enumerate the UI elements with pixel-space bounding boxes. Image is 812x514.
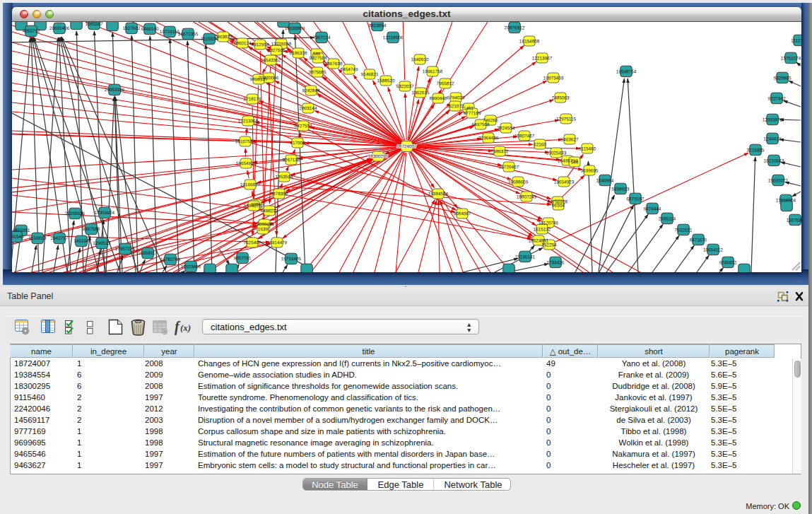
svg-text:1167533: 1167533 [787, 218, 801, 223]
svg-text:1290513: 1290513 [93, 240, 110, 245]
svg-text:10961758: 10961758 [423, 69, 443, 74]
svg-text:17957225: 17957225 [115, 246, 136, 251]
svg-text:9084067: 9084067 [454, 211, 471, 216]
svg-text:8427552: 8427552 [295, 123, 312, 128]
svg-text:8813054: 8813054 [369, 23, 387, 28]
svg-text:8471676: 8471676 [689, 238, 707, 243]
svg-text:10107552: 10107552 [235, 139, 256, 144]
svg-text:16120746: 16120746 [539, 220, 559, 225]
svg-text:7357224: 7357224 [313, 35, 331, 40]
svg-text:16210643: 16210643 [764, 158, 784, 163]
svg-text:9327505: 9327505 [268, 47, 286, 52]
svg-text:1615132: 1615132 [533, 226, 551, 231]
svg-text:19654923: 19654923 [554, 179, 575, 184]
svg-text:15692071: 15692071 [768, 178, 789, 183]
svg-text:9857791: 9857791 [233, 255, 251, 260]
svg-text:417006: 417006 [290, 140, 305, 145]
svg-text:20876812: 20876812 [505, 25, 525, 30]
svg-text:20206536: 20206536 [65, 211, 86, 216]
svg-text:19384554: 19384554 [428, 191, 449, 196]
svg-text:9699695: 9699695 [581, 168, 599, 173]
svg-text:15136141: 15136141 [515, 254, 536, 259]
svg-text:14099489: 14099489 [254, 221, 275, 226]
svg-text:1527602: 1527602 [123, 25, 141, 30]
svg-text:4855051: 4855051 [12, 228, 30, 233]
svg-text:15716485: 15716485 [281, 256, 302, 261]
svg-text:16154808: 16154808 [519, 38, 540, 43]
svg-text:9474444: 9474444 [644, 206, 661, 211]
svg-text:19166827: 19166827 [240, 182, 261, 187]
svg-text:10025433: 10025433 [546, 150, 567, 155]
svg-text:391549: 391549 [12, 234, 24, 239]
svg-text:7986372: 7986372 [491, 148, 509, 153]
svg-text:1353594: 1353594 [276, 174, 293, 179]
svg-text:20364436: 20364436 [478, 135, 499, 140]
svg-text:12923468: 12923468 [181, 264, 201, 269]
svg-text:2867608: 2867608 [325, 61, 343, 66]
svg-text:8878352: 8878352 [271, 191, 288, 196]
svg-text:96504: 96504 [552, 202, 565, 207]
svg-text:12975115: 12975115 [556, 116, 576, 121]
svg-text:9397588: 9397588 [82, 226, 100, 231]
svg-text:2935114: 2935114 [659, 216, 676, 221]
svg-text:1055267: 1055267 [86, 22, 103, 26]
svg-text:16914479: 16914479 [267, 240, 288, 245]
svg-text:8912954: 8912954 [252, 42, 269, 47]
svg-text:8454749: 8454749 [341, 66, 358, 71]
svg-text:16548764: 16548764 [616, 69, 637, 74]
svg-text:544: 544 [571, 159, 579, 164]
svg-text:1640954: 1640954 [596, 177, 614, 182]
svg-text:1156819: 1156819 [29, 235, 47, 240]
svg-text:12213369: 12213369 [238, 118, 259, 123]
svg-text:4055712: 4055712 [23, 28, 40, 33]
svg-text:9896137: 9896137 [250, 76, 268, 81]
svg-text:7632621: 7632621 [674, 227, 692, 232]
svg-text:19654925: 19654925 [236, 160, 257, 165]
svg-text:6879197: 6879197 [627, 196, 645, 201]
svg-text:16671355: 16671355 [178, 31, 199, 36]
svg-text:1621072: 1621072 [447, 103, 464, 108]
svg-text:12218506: 12218506 [383, 35, 404, 40]
svg-text:10719155: 10719155 [160, 29, 180, 34]
svg-text:9327508: 9327508 [310, 55, 327, 60]
svg-text:3267130: 3267130 [283, 157, 300, 162]
svg-text:252254: 252254 [541, 242, 557, 247]
svg-text:9329965: 9329965 [774, 76, 792, 81]
svg-text:6466160: 6466160 [141, 26, 159, 31]
svg-text:9242848: 9242848 [302, 88, 320, 93]
svg-text:1112734: 1112734 [791, 38, 801, 43]
svg-text:10958117: 10958117 [138, 250, 158, 255]
svg-text:10654112: 10654112 [703, 247, 723, 252]
svg-text:6794028: 6794028 [447, 95, 465, 100]
svg-text:10688609: 10688609 [508, 179, 529, 184]
svg-text:7485063: 7485063 [552, 95, 570, 100]
svg-text:5322037: 5322037 [396, 83, 414, 88]
svg-text:10807487: 10807487 [514, 133, 535, 138]
svg-text:10973493: 10973493 [543, 75, 564, 80]
svg-text:8860124: 8860124 [234, 40, 252, 45]
svg-text:(x): (x) [180, 322, 191, 333]
svg-text:4498222: 4498222 [261, 208, 278, 213]
svg-text:3824554: 3824554 [498, 125, 515, 130]
svg-text:12213967: 12213967 [532, 55, 553, 60]
svg-text:3215955: 3215955 [747, 148, 765, 153]
svg-text:9227342: 9227342 [768, 96, 786, 101]
svg-text:8186328: 8186328 [290, 50, 307, 55]
svg-text:9463627: 9463627 [561, 136, 579, 141]
svg-text:1451: 1451 [464, 105, 474, 110]
svg-text:8990448: 8990448 [430, 95, 447, 100]
svg-text:10940712: 10940712 [244, 203, 264, 208]
svg-text:1588520: 1588520 [377, 78, 395, 83]
svg-text:1640910: 1640910 [411, 57, 429, 62]
svg-text:1733426: 1733426 [546, 259, 564, 264]
svg-text:17359924: 17359924 [95, 210, 115, 215]
svg-text:9245652: 9245652 [719, 260, 736, 265]
svg-text:18807249: 18807249 [517, 194, 537, 199]
svg-text:2803144: 2803144 [300, 105, 317, 110]
svg-text:145194: 145194 [73, 238, 89, 243]
svg-text:62160: 62160 [534, 141, 546, 146]
svg-text:20691406: 20691406 [49, 25, 70, 30]
svg-text:9146821: 9146821 [361, 71, 379, 76]
svg-text:13226058: 13226058 [271, 41, 292, 46]
svg-text:6497568: 6497568 [472, 122, 490, 127]
